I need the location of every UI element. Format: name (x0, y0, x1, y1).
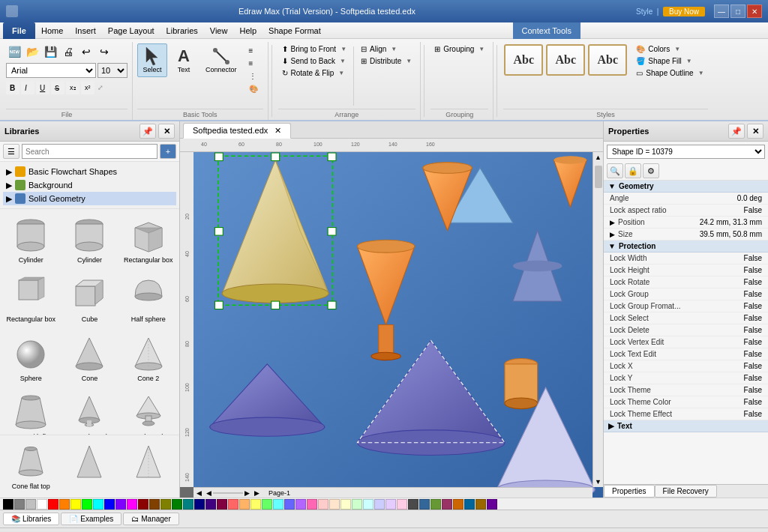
color-swatch-v-lt-cyan[interactable] (363, 499, 374, 510)
library-add-button[interactable]: + (160, 144, 176, 159)
shape-topshaped[interactable]: Top shaped (62, 389, 117, 435)
style-button-2[interactable]: Abc (546, 44, 585, 76)
tab-close-button[interactable]: ✕ (274, 126, 281, 135)
prop-lock-text-edit[interactable]: Lock Text Edit False (604, 348, 768, 360)
font-group-expand[interactable]: ⤢ (98, 84, 104, 91)
align-button[interactable]: ⊟ Align ▼ (357, 43, 416, 55)
tab-examples[interactable]: 📄 Examples (61, 513, 122, 525)
color-swatch-gold[interactable] (476, 499, 486, 510)
color-swatch-indigo[interactable] (206, 499, 216, 510)
color-swatch-v-lt-purple[interactable] (386, 499, 396, 510)
print-button[interactable]: 🖨 (60, 43, 76, 60)
fill-arrow[interactable]: ▼ (686, 58, 692, 64)
bold-button[interactable]: B (6, 81, 20, 94)
shape-id-select[interactable]: Shape ID = 10379 (607, 145, 765, 159)
redo-button[interactable]: ↪ (96, 43, 112, 60)
tab-manager[interactable]: 🗂 Manager (123, 513, 178, 525)
shape-rectbox2[interactable]: Rectangular box (3, 271, 58, 327)
color-swatch-orange[interactable] (59, 499, 70, 510)
libraries-pin-button[interactable]: 📌 (140, 124, 156, 139)
color-swatch-green[interactable] (82, 499, 92, 510)
italic-button[interactable]: I (21, 81, 34, 94)
prop-position[interactable]: ▶ Position 24.2 mm, 31.3 mm (604, 217, 768, 229)
prop-tab-file-recovery[interactable]: File Recovery (655, 485, 717, 498)
canvas-container[interactable]: 40 60 80 100 120 140 160 20 40 60 (180, 139, 603, 498)
save-button[interactable]: 💾 (42, 43, 58, 60)
menu-home[interactable]: Home (35, 25, 69, 37)
scroll-prev-page-button[interactable]: ◀ (205, 489, 213, 497)
color-swatch-peach[interactable] (329, 499, 340, 510)
prop-lock-group-fromat[interactable]: Lock Group Fromat... False (604, 300, 768, 312)
color-swatch-white[interactable] (37, 499, 47, 510)
color-swatch-steel[interactable] (419, 499, 430, 510)
color-swatch-lt-green[interactable] (262, 499, 272, 510)
shape-cube[interactable]: Cube (62, 271, 117, 327)
prop-tab-properties[interactable]: Properties (604, 485, 655, 498)
paint-button[interactable]: 🎨 (245, 83, 262, 94)
colors-arrow[interactable]: ▼ (674, 46, 680, 52)
shape-coneflat[interactable]: Cone with flat top (3, 389, 58, 435)
color-swatch-red[interactable] (48, 499, 58, 510)
protection-section-header[interactable]: ▼ Protection (604, 241, 768, 253)
color-swatch-lt-purple[interactable] (296, 499, 306, 510)
prop-lock-aspect[interactable]: Lock aspect ratio False (604, 205, 768, 217)
library-list-view-button[interactable]: ☰ (3, 144, 20, 159)
superscript-button[interactable]: x² (81, 81, 94, 94)
shape-extra2[interactable] (121, 438, 176, 495)
color-swatch-dk-gray[interactable] (14, 499, 25, 510)
prop-lock-x[interactable]: Lock X False (604, 360, 768, 372)
close-button[interactable]: ✕ (747, 4, 762, 18)
style-button-1[interactable]: Abc (504, 44, 543, 76)
send-back-arrow[interactable]: ▼ (340, 58, 346, 64)
scroll-up-button[interactable]: ▲ (593, 152, 603, 163)
menu-page-layout[interactable]: Page Layout (102, 25, 160, 37)
prop-lock-button[interactable]: 🔒 (625, 163, 641, 178)
send-to-back-button[interactable]: ⬇ Send to Back ▼ (278, 55, 351, 67)
prop-lock-theme-effect[interactable]: Lock Theme Effect False (604, 408, 768, 420)
buy-now-button[interactable]: Buy Now (663, 7, 705, 16)
connector-tool-button[interactable]: Connector (200, 43, 242, 77)
color-swatch-lt-orange[interactable] (239, 499, 250, 510)
prop-lock-delete[interactable]: Lock Delete False (604, 324, 768, 336)
scroll-thumb-h[interactable] (213, 492, 243, 494)
menu-view[interactable]: View (204, 25, 234, 37)
scroll-left-button[interactable]: ◀ (194, 489, 205, 497)
shape-rectbox1[interactable]: Rectangular box (121, 212, 176, 268)
prop-lock-select[interactable]: Lock Select False (604, 312, 768, 324)
color-swatch-blue[interactable] (104, 499, 115, 510)
prop-gear-button[interactable]: ⚙ (643, 163, 659, 178)
subscript-button[interactable]: x₂ (66, 81, 80, 94)
canvas-tab-main[interactable]: Softpedia tested.edx ✕ (183, 123, 291, 139)
shape-coneflattop2[interactable]: Cone flat top (3, 438, 58, 495)
library-search-input[interactable] (22, 144, 158, 159)
color-swatch-v-lt-red[interactable] (318, 499, 328, 510)
color-swatch-v-lt-pink[interactable] (397, 499, 407, 510)
shape-sphere[interactable]: Sphere (3, 330, 58, 387)
color-swatch-lt-yellow[interactable] (250, 499, 261, 510)
library-item-solid-geometry[interactable]: ▶ Solid Geometry (3, 192, 176, 205)
prop-size[interactable]: ▶ Size 39.5 mm, 50.8 mm (604, 229, 768, 241)
menu-file[interactable]: File (3, 22, 35, 39)
shape-fill-button[interactable]: 🪣 Shape Fill ▼ (632, 55, 707, 67)
canvas-scrollbar-v[interactable]: ▲ ▼ (592, 152, 603, 487)
grouping-button[interactable]: ⊞ Grouping ▼ (430, 43, 488, 55)
scroll-down-button[interactable]: ▼ (593, 477, 603, 487)
prop-lock-vertex[interactable]: Lock Vertex Edit False (604, 336, 768, 348)
color-swatch-cyan[interactable] (93, 499, 104, 510)
select-tool-button[interactable]: Select (137, 43, 167, 77)
color-swatch-plum[interactable] (487, 499, 497, 510)
underline-button[interactable]: U (36, 81, 50, 94)
color-swatch-lt-cyan[interactable] (273, 499, 284, 510)
geometry-section-header[interactable]: ▼ Geometry (604, 181, 768, 193)
prop-lock-theme[interactable]: Lock Theme False (604, 384, 768, 396)
library-item-background[interactable]: ▶ Background (3, 178, 176, 192)
color-swatch-dk-green[interactable] (172, 499, 182, 510)
color-swatch-cadet[interactable] (464, 499, 475, 510)
shape-halfsphere[interactable]: Half sphere (121, 271, 176, 327)
align-center-button[interactable]: ≡ (245, 58, 262, 69)
color-swatch-olive[interactable] (160, 499, 171, 510)
color-swatch-brown[interactable] (149, 499, 160, 510)
rotate-arrow[interactable]: ▼ (338, 70, 344, 76)
shape-extra1[interactable] (62, 438, 117, 495)
menu-insert[interactable]: Insert (69, 25, 102, 37)
